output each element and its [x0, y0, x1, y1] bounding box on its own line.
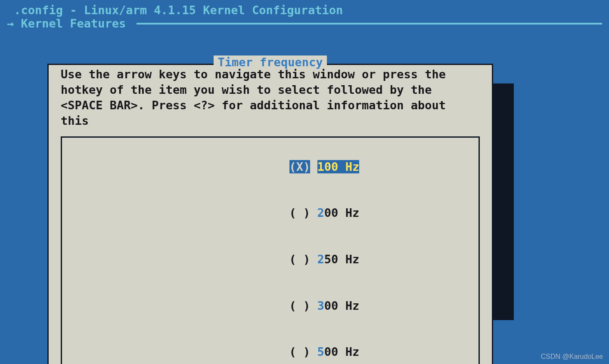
- breadcrumb-label: Kernel Features: [21, 17, 133, 30]
- watermark: CSDN @KarudoLee: [541, 353, 603, 361]
- option-250hz[interactable]: ( ) 250 Hz: [62, 236, 478, 283]
- option-100hz[interactable]: (X) 100 Hz: [62, 144, 478, 190]
- option-500hz[interactable]: ( ) 500 Hz: [62, 329, 478, 364]
- dialog: Timer frequency Use the arrow keys to na…: [47, 64, 493, 364]
- breadcrumb-rule: [137, 23, 602, 25]
- breadcrumb: → Kernel Features: [0, 17, 609, 30]
- option-list: (X) 100 Hz ( ) 200 Hz ( ) 250 Hz ( ) 300…: [61, 136, 480, 364]
- window-title: .config - Linux/arm 4.1.15 Kernel Config…: [0, 0, 609, 17]
- option-300hz[interactable]: ( ) 300 Hz: [62, 283, 478, 329]
- option-200hz[interactable]: ( ) 200 Hz: [62, 190, 478, 236]
- breadcrumb-arrow-icon: →: [7, 17, 21, 30]
